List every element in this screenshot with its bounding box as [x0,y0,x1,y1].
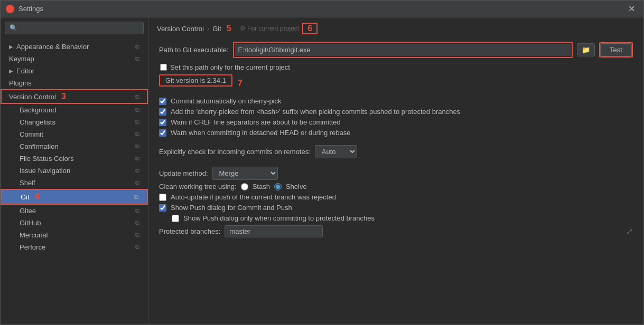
sidebar-item-file-status[interactable]: File Status Colors ⧉ [1,152,148,165]
sidebar-item-label: Shelf [20,179,35,187]
sidebar-item-label: Keymap [9,55,34,63]
sidebar-item-label: Appearance & Behavior [16,43,89,51]
breadcrumb: Version Control › Git 5 ⚙ For current pr… [148,17,643,37]
titlebar: Settings ✕ [1,1,643,17]
sidebar-item-label: Perforce [20,243,45,251]
expand-icon[interactable]: ⤢ [626,226,633,236]
option-cherry-pick: Commit automatically on cherry-pick [159,97,633,105]
sidebar-item-appearance[interactable]: ▶ Appearance & Behavior ⧉ [1,41,148,53]
sidebar-item-gitee[interactable]: Gitee ⧉ [1,205,148,217]
protected-branches-input[interactable] [225,225,323,237]
option-crlf: Warn if CRLF line separators are about t… [159,118,633,126]
crlf-checkbox[interactable] [159,119,166,126]
set-path-label: Set this path only for the current proje… [170,63,290,71]
search-icon: 🔍 [10,24,17,32]
copy-icon: ⧉ [135,43,139,50]
copy-icon: ⧉ [135,219,139,226]
main-content: 🔍 ▶ Appearance & Behavior ⧉ Keymap ⧉ ▶ [1,17,643,324]
option-detached: Warn when committing in detached HEAD or… [159,129,633,137]
show-push-checkbox[interactable] [159,204,166,212]
path-row: Path to Git executable: 📁 Test [159,42,633,58]
copy-icon: ⧉ [134,194,138,200]
auto-update-row: Auto-update if push of the current branc… [159,193,633,201]
sidebar-item-label: Commit [20,130,43,138]
cherry-pick-suffix-checkbox[interactable] [159,108,166,116]
detached-checkbox[interactable] [159,129,166,137]
show-push-protected-row: Show Push dialog only when committing to… [159,214,633,222]
stash-radio[interactable] [241,183,248,190]
sidebar-item-plugins[interactable]: Plugins [1,77,148,89]
sidebar-item-version-control[interactable]: Version Control 3 ⧉ [1,89,148,104]
incoming-select[interactable]: Auto Always Never [315,145,357,158]
copy-icon: ⧉ [135,207,139,214]
git-version-row: Git version is 2.34.1 7 [159,74,633,92]
sidebar-item-label: Issue Navigation [20,167,70,175]
settings-window: Settings ✕ 🔍 ▶ Appearance & Behavior ⧉ K… [0,0,644,325]
sidebar: 🔍 ▶ Appearance & Behavior ⧉ Keymap ⧉ ▶ [1,17,148,324]
copy-icon: ⧉ [135,143,139,150]
test-button[interactable]: Test [600,43,632,56]
arrow-icon: ▶ [9,44,13,50]
main-panel: Version Control › Git 5 ⚙ For current pr… [148,17,643,324]
close-button[interactable]: ✕ [625,3,638,15]
cherry-pick-checkbox[interactable] [159,98,166,105]
copy-icon: ⧉ [135,155,139,162]
clean-tree-row: Clean working tree using: Stash Shelve [159,183,633,190]
window-title: Settings [18,5,625,13]
search-box[interactable]: 🔍 [5,22,144,34]
sidebar-item-issue-navigation[interactable]: Issue Navigation ⧉ [1,165,148,177]
browse-button[interactable]: 📁 [577,43,595,56]
option-cherry-pick-suffix: Add the 'cherry-picked from <hash>' suff… [159,108,633,116]
path-label: Path to Git executable: [159,46,229,54]
path-input[interactable] [235,44,571,56]
sidebar-item-label: Editor [16,67,34,75]
show-push-label: Show Push dialog for Commit and Push [171,204,292,212]
sidebar-item-keymap[interactable]: Keymap ⧉ [1,53,148,65]
shelve-radio[interactable] [274,183,282,190]
sidebar-item-label: Git [21,193,30,201]
copy-icon: ⧉ [135,179,139,186]
set-path-checkbox[interactable] [160,64,167,71]
show-push-protected-checkbox[interactable] [172,215,179,222]
auto-update-label: Auto-update if push of the current branc… [171,193,336,201]
sidebar-item-label: Gitee [20,207,36,215]
update-method-select[interactable]: Merge Rebase Branch Default [212,167,278,180]
set-path-row: Set this path only for the current proje… [159,63,633,71]
sidebar-item-label: Confirmation [20,142,59,150]
sidebar-item-editor[interactable]: ▶ Editor [1,65,148,77]
copy-icon: ⧉ [135,131,139,138]
sidebar-item-label: Plugins [9,79,32,87]
search-input[interactable] [21,24,139,32]
sidebar-item-background[interactable]: Background ⧉ [1,104,148,116]
label-5: 5 [227,24,231,33]
copy-icon: ⧉ [135,55,139,62]
breadcrumb-part1: Version Control [157,25,204,33]
sidebar-item-label: Background [20,106,56,114]
sidebar-item-shelf[interactable]: Shelf ⧉ [1,177,148,189]
sidebar-item-confirmation[interactable]: Confirmation ⧉ [1,140,148,152]
sidebar-item-commit[interactable]: Commit ⧉ [1,128,148,140]
update-method-row: Update method: Merge Rebase Branch Defau… [159,167,633,180]
path-input-wrapper [233,42,573,58]
stash-label: Stash [253,183,270,190]
breadcrumb-part2: Git [212,25,221,33]
main-body: Path to Git executable: 📁 Test Set this … [148,37,643,324]
sidebar-item-github[interactable]: GitHub ⧉ [1,217,148,229]
incoming-row: Explicitly check for incoming commits on… [159,145,633,158]
update-method-label: Update method: [159,169,208,177]
auto-update-checkbox[interactable] [159,194,166,201]
detached-label: Warn when committing in detached HEAD or… [171,129,351,137]
sidebar-item-git[interactable]: Git 4 ⧉ [1,189,148,205]
label-3: 3 [61,92,66,101]
protected-branches-row: Protected branches: ⤢ [159,225,633,237]
sidebar-item-perforce[interactable]: Perforce ⧉ [1,241,148,253]
sidebar-item-changelists[interactable]: Changelists ⧉ [1,116,148,128]
sidebar-item-mercurial[interactable]: Mercurial ⧉ [1,229,148,241]
sidebar-item-label: Changelists [20,118,55,126]
label-4: 4 [35,192,40,202]
git-version-label: Git version is 2.34.1 [159,74,232,87]
sidebar-item-label: GitHub [20,219,41,227]
show-push-protected-label: Show Push dialog only when committing to… [183,214,375,222]
sidebar-item-label: Mercurial [20,231,48,239]
label-7: 7 [238,79,242,88]
